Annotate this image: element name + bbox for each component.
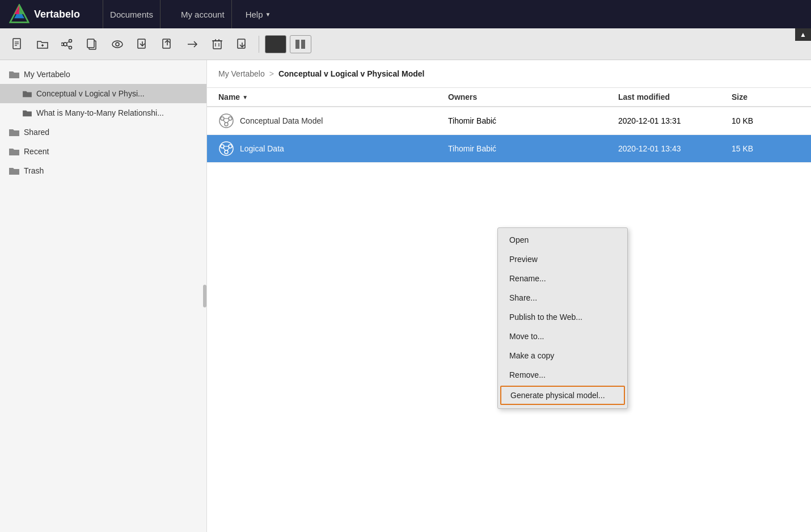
view-single-button[interactable] [265,35,286,53]
delete-button[interactable] [206,35,228,54]
folder-icon [9,128,19,137]
main-layout: My Vertabelo Conceptual v Logical v Phys… [0,60,811,532]
svg-rect-25 [213,41,221,49]
context-menu-publish[interactable]: Publish to the Web... [498,307,627,327]
sidebar-item-label: What is Many-to-Many Relationshi... [36,108,164,117]
download-icon [236,38,248,50]
svg-line-49 [227,147,230,151]
folder-icon [23,109,32,117]
svg-point-46 [225,150,228,154]
sidebar-item-my-vertabelo[interactable]: My Vertabelo [0,65,206,84]
logo[interactable]: Vertabelo [9,4,80,24]
file-icon [218,113,234,129]
context-menu: Open Preview Rename... Share... Publish … [497,227,628,409]
context-menu-share[interactable]: Share... [498,288,627,307]
folder-icon [9,147,19,156]
col-owners-header: Owners [448,92,618,102]
share-button[interactable] [57,35,78,54]
content-area: My Vertabelo > Conceptual v Logical v Ph… [207,60,811,532]
preview-button[interactable] [107,35,128,54]
sidebar-item-shared[interactable]: Shared [0,123,206,142]
download-button[interactable] [231,35,253,54]
nav-myaccount[interactable]: My account [174,0,232,28]
sidebar-item-recent[interactable]: Recent [0,142,206,161]
svg-point-37 [221,117,224,120]
svg-point-18 [112,41,123,48]
row-name-cell: Logical Data [218,141,448,157]
context-menu-rename[interactable]: Rename... [498,269,627,288]
sidebar-item-trash[interactable]: Trash [0,161,206,180]
export-button[interactable] [157,35,178,54]
context-menu-generate-physical[interactable]: Generate physical model... [500,386,625,405]
table-header: Name ▼ Owners Last modified Size [207,88,811,107]
import-icon [136,38,149,50]
upload-panel-toggle[interactable]: ▲ [795,28,811,41]
svg-rect-17 [87,39,94,48]
sidebar-item-label: Recent [24,147,49,156]
import-button[interactable] [132,35,153,54]
sidebar-item-many-to-many[interactable]: What is Many-to-Many Relationshi... [0,103,206,123]
new-folder-button[interactable] [32,35,53,54]
view-split-button[interactable] [290,35,311,53]
nav-help[interactable]: Help ▼ [246,10,271,19]
file-icon [218,141,234,157]
svg-marker-2 [14,5,19,14]
sidebar-item-label: Conceptual v Logical v Physi... [36,89,145,98]
table-row[interactable]: Conceptual Data Model Tihomir Babić 2020… [207,107,811,135]
svg-point-39 [225,123,228,126]
svg-point-12 [69,46,72,49]
help-dropdown-arrow: ▼ [265,11,271,18]
svg-point-45 [229,145,232,148]
svg-point-38 [229,117,232,120]
svg-point-11 [69,39,72,42]
svg-rect-22 [163,39,170,48]
col-size-header: Size [732,92,800,102]
svg-point-19 [116,43,119,46]
svg-line-42 [227,120,230,123]
context-menu-remove[interactable]: Remove... [498,365,627,385]
row-size-cell: 10 KB [732,116,800,125]
svg-line-14 [66,41,69,43]
context-menu-open[interactable]: Open [498,230,627,250]
logo-icon [9,4,29,24]
svg-line-41 [223,120,226,123]
top-navigation: Vertabelo Documents My account Help ▼ [0,0,811,28]
breadcrumb: My Vertabelo > Conceptual v Logical v Ph… [207,60,811,88]
new-document-button[interactable] [7,35,28,54]
table-row[interactable]: Logical Data Tihomir Babić 2020-12-01 13… [207,135,811,163]
toolbar-separator [259,36,259,53]
logical-model-icon [218,141,234,157]
delete-icon [211,38,223,50]
conceptual-model-icon [218,113,234,129]
breadcrumb-parent[interactable]: My Vertabelo [218,69,265,78]
share-icon [61,38,74,50]
sidebar-item-label: Trash [24,166,44,175]
copy-icon [86,38,99,50]
context-menu-make-copy[interactable]: Make a copy [498,346,627,365]
svg-point-44 [221,145,224,148]
preview-icon [111,38,124,50]
move-button[interactable] [181,35,203,54]
svg-rect-33 [271,40,280,49]
context-menu-preview[interactable]: Preview [498,250,627,269]
sort-arrow-icon: ▼ [242,94,248,100]
row-modified-cell: 2020-12-01 13:31 [618,116,732,125]
copy-button[interactable] [82,35,103,54]
row-owner-cell: Tihomir Babić [448,144,618,153]
logo-text: Vertabelo [34,9,80,20]
sidebar-resize-handle[interactable] [203,285,206,307]
svg-point-13 [61,43,64,45]
folder-icon [23,90,32,98]
nav-documents[interactable]: Documents [103,0,160,28]
row-name-cell: Conceptual Data Model [218,113,448,129]
col-name-header[interactable]: Name ▼ [218,92,448,102]
row-modified-cell: 2020-12-01 13:43 [618,144,732,153]
toolbar: ▲ [0,28,811,60]
sidebar-item-conceptual[interactable]: Conceptual v Logical v Physi... [0,84,206,103]
row-owner-cell: Tihomir Babić [448,116,618,125]
svg-rect-31 [238,39,245,48]
view-split-icon [295,39,306,50]
export-icon [161,38,174,50]
context-menu-move[interactable]: Move to... [498,327,627,346]
sidebar-item-label: My Vertabelo [24,70,70,79]
